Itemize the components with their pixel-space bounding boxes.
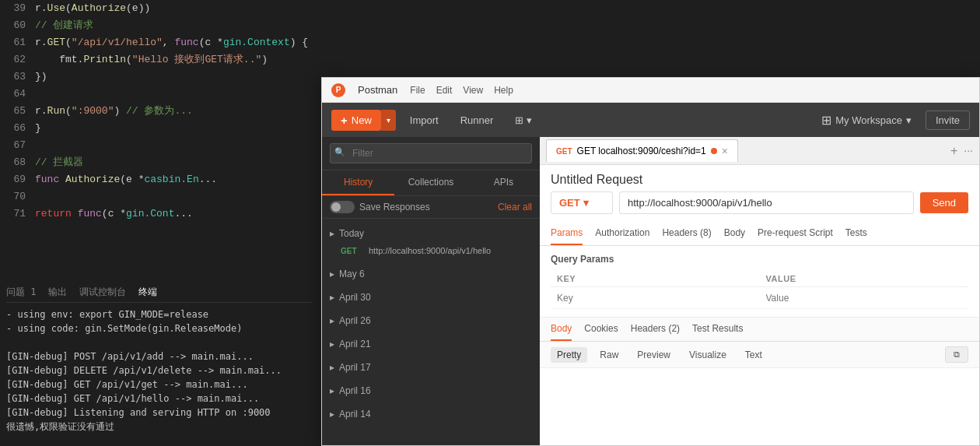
menu-view[interactable]: View	[463, 85, 483, 96]
tab-output[interactable]: 输出	[48, 286, 67, 299]
menu-file[interactable]: File	[410, 85, 425, 96]
options-tabs: Params Authorization Headers (8) Body Pr…	[540, 222, 979, 246]
param-val-input[interactable]	[766, 293, 963, 304]
method-badge: GET	[341, 247, 362, 255]
workspace-icon: ⊞	[821, 113, 831, 128]
opt-tab-prerequest[interactable]: Pre-request Script	[758, 222, 833, 245]
history-group-apr16: ▸ April 16	[322, 379, 540, 402]
tab-unsaved-dot	[711, 148, 717, 154]
opt-tab-headers[interactable]: Headers (8)	[662, 222, 711, 245]
clear-all-button[interactable]: Clear all	[498, 202, 532, 212]
request-tabs-strip: GET GET localhost:9090/ceshi?id=1 × + ··…	[540, 137, 979, 165]
extra-button[interactable]: ⊞ ▾	[507, 111, 540, 130]
history-group-apr14-header[interactable]: ▸ April 14	[322, 406, 540, 423]
code-line-60: 60 // 创建请求	[0, 17, 980, 34]
invite-button[interactable]: Invite	[926, 111, 970, 130]
url-input[interactable]	[619, 191, 914, 214]
resp-tab-test-results[interactable]: Test Results	[692, 318, 743, 341]
opt-tab-body[interactable]: Body	[724, 222, 745, 245]
postman-logo: P	[331, 83, 345, 97]
history-group-today: ▸ Today GET http://localhost:9000/api/v1…	[322, 222, 540, 262]
params-table: KEY VALUE	[551, 271, 968, 309]
sidebar-tabs: History Collections APIs	[322, 170, 540, 196]
menu-help[interactable]: Help	[494, 85, 513, 96]
title-bar: P Postman File Edit View Help	[322, 78, 979, 103]
code-line-61: 61 r.GET("/api/v1/hello", func(c *gin.Co…	[0, 34, 980, 51]
param-key-input[interactable]	[557, 293, 754, 304]
new-button[interactable]: + New	[331, 110, 381, 131]
history-group-may6-header[interactable]: ▸ May 6	[322, 265, 540, 283]
response-tabs: Body Cookies Headers (2) Test Results	[540, 318, 979, 342]
runner-button[interactable]: Runner	[453, 111, 502, 130]
sidebar-tab-history[interactable]: History	[322, 170, 394, 195]
history-group-apr14: ▸ April 14	[322, 402, 540, 426]
params-row-empty	[551, 287, 968, 309]
response-text-type[interactable]: Text	[739, 347, 768, 363]
history-group-today-header[interactable]: ▸ Today	[322, 225, 540, 242]
sidebar-tab-collections[interactable]: Collections	[394, 170, 467, 195]
history-group-may6: ▸ May 6	[322, 262, 540, 286]
terminal[interactable]: 问题 1 输出 调试控制台 终端 - using env: export GIN…	[0, 283, 319, 446]
new-dropdown-button[interactable]: ▾	[381, 110, 396, 131]
params-title: Query Params	[551, 254, 968, 265]
history-group-apr17-header[interactable]: ▸ April 17	[322, 359, 540, 376]
search-input[interactable]	[330, 143, 532, 163]
history-group-apr17: ▸ April 17	[322, 356, 540, 379]
copy-response-button[interactable]: ⧉	[945, 346, 968, 363]
params-section: Query Params KEY VALUE	[540, 246, 979, 317]
resp-tab-headers[interactable]: Headers (2)	[631, 318, 680, 341]
sidebar-search-area	[322, 137, 540, 170]
tab-close[interactable]: ×	[722, 145, 728, 157]
history-group-apr30-header[interactable]: ▸ April 30	[322, 289, 540, 306]
postman-window: P Postman File Edit View Help + New ▾ Im…	[321, 77, 980, 446]
menu-bar: File Edit View Help	[410, 85, 513, 96]
more-tabs-button[interactable]: ···	[964, 144, 973, 158]
history-group-apr26-header[interactable]: ▸ April 26	[322, 312, 540, 329]
resp-tab-body[interactable]: Body	[551, 318, 572, 341]
save-responses-label: Save Responses	[359, 202, 430, 212]
opt-tab-authorization[interactable]: Authorization	[595, 222, 649, 245]
resp-tab-cookies[interactable]: Cookies	[584, 318, 618, 341]
save-responses-switch[interactable]	[330, 201, 355, 213]
code-line-39: 39 r.Use(Authorize(e))	[0, 0, 980, 17]
workspace-button[interactable]: ⊞ My Workspace ▾	[814, 109, 919, 132]
fmt-tab-pretty[interactable]: Pretty	[551, 347, 587, 363]
sidebar-tab-apis[interactable]: APIs	[467, 170, 540, 195]
tab-terminal[interactable]: 终端	[138, 286, 157, 299]
history-section[interactable]: ▸ Today GET http://localhost:9000/api/v1…	[322, 219, 540, 445]
import-button[interactable]: Import	[402, 111, 446, 130]
tab-problems[interactable]: 问题 1	[6, 286, 36, 299]
menu-edit[interactable]: Edit	[436, 85, 453, 96]
method-select[interactable]: GET ▾	[551, 191, 613, 214]
request-title: Untitled Request	[540, 165, 979, 191]
tab-actions: + ···	[950, 144, 973, 158]
history-group-apr21: ▸ April 21	[322, 332, 540, 356]
fmt-tab-preview[interactable]: Preview	[631, 347, 677, 363]
params-col-key: KEY	[551, 271, 760, 287]
url-bar: GET ▾ Send	[540, 191, 979, 222]
history-item[interactable]: GET http://localhost:9000/api/v1/hello	[322, 242, 540, 259]
request-tab-label: GET localhost:9090/ceshi?id=1	[577, 146, 706, 156]
save-responses-toggle: Save Responses	[330, 201, 430, 213]
request-tab-active[interactable]: GET GET localhost:9090/ceshi?id=1 ×	[546, 139, 738, 162]
opt-tab-tests[interactable]: Tests	[845, 222, 867, 245]
send-button[interactable]: Send	[920, 192, 968, 213]
history-group-apr21-header[interactable]: ▸ April 21	[322, 335, 540, 353]
code-line-62: 62 fmt.Println("Hello 接收到GET请求..")	[0, 51, 980, 68]
opt-tab-params[interactable]: Params	[551, 222, 583, 245]
main-content: History Collections APIs Save Responses …	[322, 137, 979, 445]
terminal-tab-bar: 问题 1 输出 调试控制台 终端	[6, 286, 313, 303]
tab-debug[interactable]: 调试控制台	[79, 286, 126, 299]
history-group-apr26: ▸ April 26	[322, 309, 540, 332]
params-col-value: VALUE	[760, 271, 969, 287]
response-section: Body Cookies Headers (2) Test Results Pr…	[540, 318, 979, 445]
request-panel: GET GET localhost:9090/ceshi?id=1 × + ··…	[540, 137, 979, 445]
response-format-tabs: Pretty Raw Preview Visualize Text ⧉	[540, 342, 979, 368]
app-title: Postman	[358, 84, 397, 96]
add-tab-button[interactable]: +	[950, 144, 957, 158]
history-url: http://localhost:9000/api/v1/hello	[369, 246, 491, 255]
history-group-apr16-header[interactable]: ▸ April 16	[322, 382, 540, 399]
fmt-tab-visualize[interactable]: Visualize	[683, 347, 733, 363]
sidebar-controls: Save Responses Clear all	[322, 196, 540, 219]
fmt-tab-raw[interactable]: Raw	[593, 347, 625, 363]
